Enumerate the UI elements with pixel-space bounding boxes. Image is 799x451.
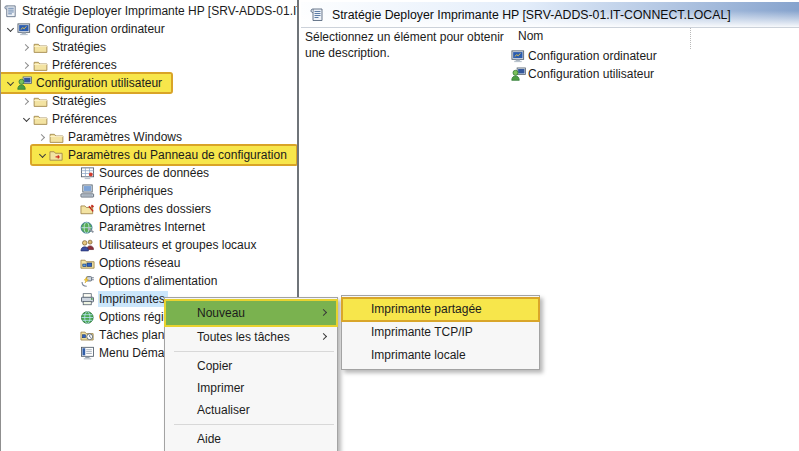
list-item-configuration-utilisateur[interactable]: Configuration utilisateur bbox=[511, 65, 654, 83]
tree-item-parametres-windows[interactable]: Paramètres Windows bbox=[1, 128, 297, 146]
gpo-title: Stratégie Deployer Imprimante HP [SRV-AD… bbox=[332, 8, 731, 22]
tree-item-peripheriques[interactable]: Périphériques bbox=[1, 182, 297, 200]
tree-item-parametres-panneau-configuration[interactable]: Paramètres du Panneau de configuration bbox=[1, 146, 297, 164]
tree-item-strategies-utilisateur[interactable]: Stratégies bbox=[1, 92, 297, 110]
chevron-right-icon[interactable] bbox=[36, 128, 49, 146]
menu-separator bbox=[174, 351, 334, 352]
menu-item-label: Copier bbox=[197, 359, 232, 373]
menu-item-aide[interactable]: Aide bbox=[165, 428, 337, 450]
devices-icon bbox=[80, 184, 95, 199]
tree-item-options-reseau[interactable]: Options réseau bbox=[1, 254, 297, 272]
tree-item-label: Préférences bbox=[51, 57, 120, 73]
submenu-arrow-icon bbox=[321, 310, 326, 315]
tree-item-label: Imprimantes bbox=[98, 291, 168, 307]
tree-item-label: Utilisateurs et groupes locaux bbox=[98, 237, 259, 253]
chevron-down-icon[interactable] bbox=[20, 110, 33, 128]
yellow-highlight-annotation: Configuration utilisateur bbox=[1, 74, 171, 92]
result-pane-header: Stratégie Deployer Imprimante HP [SRV-AD… bbox=[301, 2, 799, 27]
tree-item-strategies-ordinateur[interactable]: Stratégies bbox=[1, 38, 297, 56]
power-options-icon bbox=[80, 274, 95, 289]
tree-item-label: Paramètres Windows bbox=[67, 129, 185, 145]
printers-icon bbox=[80, 292, 95, 307]
tree-item-options-des-dossiers[interactable]: Options des dossiers bbox=[1, 200, 297, 218]
folder-icon bbox=[33, 40, 48, 55]
tree-item-label: Stratégies bbox=[51, 39, 109, 55]
network-options-icon bbox=[80, 256, 95, 271]
local-users-groups-icon bbox=[80, 238, 95, 253]
menu-item-imprimer[interactable]: Imprimer bbox=[165, 377, 337, 399]
tree-item-label: Stratégie Deployer Imprimante HP [SRV-AD… bbox=[21, 3, 299, 19]
tree-item-preferences-utilisateur[interactable]: Préférences bbox=[1, 110, 297, 128]
tree-item-preferences-ordinateur[interactable]: Préférences bbox=[1, 56, 297, 74]
tree-item-utilisateurs-et-groupes-locaux[interactable]: Utilisateurs et groupes locaux bbox=[1, 236, 297, 254]
menu-item-label: Imprimante locale bbox=[371, 348, 466, 362]
computer-config-icon bbox=[17, 22, 32, 37]
tree-item-label: Périphériques bbox=[98, 183, 176, 199]
gpo-scroll-icon bbox=[3, 4, 18, 19]
scheduled-tasks-icon bbox=[80, 328, 95, 343]
computer-config-icon bbox=[511, 49, 526, 64]
menu-item-label: Imprimer bbox=[197, 381, 244, 395]
start-menu-icon bbox=[80, 346, 95, 361]
tree-item-configuration-ordinateur[interactable]: Configuration ordinateur bbox=[1, 20, 297, 38]
submenu-item-imprimante-tcpip[interactable]: Imprimante TCP/IP bbox=[342, 321, 539, 344]
tree-item-label: Options réseau bbox=[98, 255, 183, 271]
chevron-down-icon[interactable] bbox=[36, 146, 49, 164]
menu-item-label: Actualiser bbox=[197, 403, 250, 417]
tree-item-label: Configuration ordinateur bbox=[35, 21, 168, 37]
submenu-item-imprimante-partagee[interactable]: Imprimante partagée bbox=[342, 298, 539, 321]
internet-settings-icon bbox=[80, 220, 95, 235]
menu-item-label: Toutes les tâches bbox=[197, 330, 290, 344]
menu-item-toutes-les-taches[interactable]: Toutes les tâches bbox=[165, 326, 337, 348]
tree-item-label: Options d'alimentation bbox=[98, 273, 220, 289]
tree-item-parametres-internet[interactable]: Paramètres Internet bbox=[1, 218, 297, 236]
menu-item-label: Aide bbox=[197, 432, 221, 446]
folder-options-icon bbox=[80, 202, 95, 217]
user-config-icon bbox=[17, 76, 32, 91]
column-divider[interactable] bbox=[690, 28, 691, 49]
chevron-right-icon[interactable] bbox=[20, 92, 33, 110]
description-text: Sélectionnez un élément pour obtenir une… bbox=[305, 30, 530, 61]
submenu-item-imprimante-locale[interactable]: Imprimante locale bbox=[342, 344, 539, 367]
tree-item-label: Préférences bbox=[51, 111, 120, 127]
data-sources-icon bbox=[80, 166, 95, 181]
tree-item-options-alimentation[interactable]: Options d'alimentation bbox=[1, 272, 297, 290]
list-item-configuration-ordinateur[interactable]: Configuration ordinateur bbox=[511, 47, 657, 65]
menu-item-copier[interactable]: Copier bbox=[165, 355, 337, 377]
chevron-right-icon[interactable] bbox=[20, 56, 33, 74]
gpo-scroll-icon bbox=[309, 7, 325, 23]
list-item-label: Configuration ordinateur bbox=[528, 49, 657, 63]
result-pane: Stratégie Deployer Imprimante HP [SRV-AD… bbox=[301, 0, 799, 451]
chevron-down-icon[interactable] bbox=[4, 20, 17, 38]
tree-item-label: Paramètres Internet bbox=[98, 219, 208, 235]
menu-separator bbox=[174, 424, 334, 425]
context-menu: Nouveau Toutes les tâches Copier Imprime… bbox=[164, 297, 338, 451]
tree-item-label: Configuration utilisateur bbox=[35, 75, 165, 91]
menu-item-label: Nouveau bbox=[197, 306, 245, 320]
user-config-icon bbox=[511, 67, 526, 82]
regional-options-icon bbox=[80, 310, 95, 325]
tree-item-label: Stratégies bbox=[51, 93, 109, 109]
gpme-window: Stratégie Deployer Imprimante HP [SRV-AD… bbox=[0, 0, 799, 451]
menu-item-label: Imprimante partagée bbox=[371, 302, 482, 316]
folder-icon bbox=[33, 58, 48, 73]
menu-item-label: Imprimante TCP/IP bbox=[371, 325, 473, 339]
yellow-highlight-annotation: Paramètres du Panneau de configuration bbox=[32, 146, 296, 164]
tree-item-label: Options des dossiers bbox=[98, 201, 214, 217]
control-panel-folder-icon bbox=[49, 148, 64, 163]
menu-item-actualiser[interactable]: Actualiser bbox=[165, 399, 337, 421]
tree-item-gpo-root[interactable]: Stratégie Deployer Imprimante HP [SRV-AD… bbox=[1, 2, 297, 20]
column-header-nom[interactable]: Nom bbox=[518, 29, 543, 43]
list-item-label: Configuration utilisateur bbox=[528, 67, 654, 81]
chevron-down-icon[interactable] bbox=[4, 74, 17, 92]
folder-icon bbox=[49, 130, 64, 145]
chevron-right-icon[interactable] bbox=[20, 38, 33, 56]
tree-item-configuration-utilisateur[interactable]: Configuration utilisateur bbox=[1, 74, 297, 92]
tree-item-label: Sources de données bbox=[98, 165, 212, 181]
submenu-arrow-icon bbox=[321, 334, 326, 339]
menu-item-nouveau[interactable]: Nouveau bbox=[165, 300, 337, 326]
folder-icon bbox=[33, 94, 48, 109]
folder-icon bbox=[33, 112, 48, 127]
tree-item-sources-de-donnees[interactable]: Sources de données bbox=[1, 164, 297, 182]
tree-item-label: Paramètres du Panneau de configuration bbox=[67, 147, 290, 163]
